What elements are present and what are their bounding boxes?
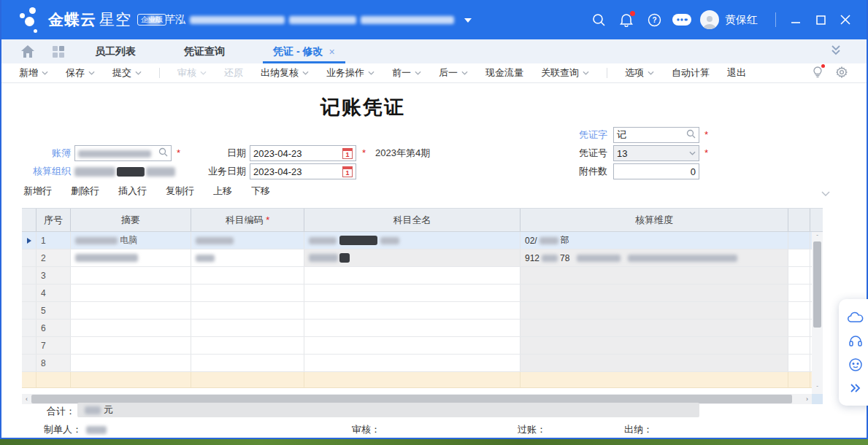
cell-summary[interactable] (71, 249, 191, 266)
toolbar-options[interactable]: 选项 (625, 66, 654, 80)
cell-account-name[interactable] (304, 285, 521, 301)
user-avatar[interactable] (700, 10, 719, 29)
table-row[interactable]: 1 电脑 02/部 (22, 232, 823, 249)
grid-delete-row[interactable]: 删除行 (71, 185, 99, 198)
cell-summary[interactable] (71, 302, 191, 319)
toolbar-related-query[interactable]: 关联查询 (541, 66, 589, 80)
settings-gear-icon[interactable] (836, 66, 848, 80)
table-row[interactable]: 6 (22, 320, 823, 337)
scroll-left-arrow-icon[interactable]: ‹ (22, 394, 31, 404)
table-row[interactable]: 4 (22, 285, 823, 302)
table-row[interactable]: 2 91278 (22, 249, 823, 267)
cell-account-code[interactable] (191, 320, 304, 336)
scroll-down-arrow-icon[interactable]: ˇ (812, 383, 823, 392)
grid-add-row[interactable]: 新增行 (23, 185, 52, 198)
account-book-input[interactable] (74, 145, 172, 161)
voucher-word-input[interactable]: 记 (613, 127, 699, 143)
cell-summary[interactable] (71, 285, 191, 301)
apps-grid-icon[interactable] (51, 44, 66, 59)
cell-summary[interactable]: 电脑 (71, 232, 191, 249)
date-input[interactable]: 2023-04-23 1 (250, 145, 356, 161)
cell-extra[interactable] (788, 285, 810, 301)
lookup-magnifier-icon[interactable] (686, 129, 696, 141)
toolbar-new[interactable]: 新增 (19, 66, 48, 80)
company-selector[interactable]: 芊泓 (147, 0, 472, 39)
toolbar-cash-flow[interactable]: 现金流量 (485, 66, 523, 80)
vertical-scroll-thumb[interactable] (813, 241, 821, 328)
help-icon[interactable]: ? (640, 0, 668, 39)
toolbar-save[interactable]: 保存 (66, 66, 95, 80)
cell-dimension[interactable] (521, 267, 788, 284)
calendar-icon[interactable]: 1 (342, 166, 353, 177)
toolbar-restore[interactable]: 还原 (224, 66, 243, 80)
cell-dimension[interactable] (521, 302, 788, 319)
table-row[interactable]: 8 (22, 355, 823, 372)
tab-employee-list[interactable]: 员工列表 (76, 39, 155, 63)
cell-account-name[interactable] (304, 302, 521, 319)
attachments-input[interactable]: 0 (613, 163, 699, 179)
cell-dimension[interactable] (521, 355, 788, 371)
toolbar-auto-calc[interactable]: 自动计算 (672, 66, 710, 80)
user-name[interactable]: 黄保红 (725, 13, 758, 27)
grid-insert-row[interactable]: 插入行 (118, 185, 147, 198)
vertical-scrollbar[interactable]: ˆ ˇ (812, 232, 823, 394)
cloud-icon[interactable] (848, 312, 864, 323)
close-button[interactable] (833, 0, 858, 39)
tab-voucher-query[interactable]: 凭证查询 (165, 39, 244, 63)
tabs-expand-icon[interactable] (830, 44, 842, 60)
cell-account-name[interactable] (304, 337, 521, 354)
cell-extra[interactable] (788, 320, 810, 336)
toolbar-business-ops[interactable]: 业务操作 (326, 66, 375, 80)
cell-summary[interactable] (71, 337, 191, 354)
grid-collapse-icon[interactable] (821, 187, 830, 200)
cell-account-code[interactable] (191, 302, 304, 319)
minimize-button[interactable] (783, 0, 808, 39)
table-row[interactable]: 7 (22, 337, 823, 355)
notifications-bell-icon[interactable] (612, 0, 640, 39)
feedback-smiley-icon[interactable] (848, 357, 863, 372)
cell-dimension[interactable] (521, 337, 788, 354)
scroll-right-arrow-icon[interactable]: › (802, 394, 812, 404)
cell-account-name[interactable] (304, 249, 521, 266)
scroll-up-arrow-icon[interactable]: ˆ (812, 232, 823, 241)
cell-account-name[interactable] (304, 267, 521, 284)
cell-extra[interactable] (788, 232, 810, 249)
grid-copy-row[interactable]: 复制行 (166, 185, 194, 198)
cell-summary[interactable] (71, 320, 191, 336)
search-icon[interactable] (585, 0, 612, 39)
cell-account-code[interactable] (191, 267, 304, 284)
cell-account-name[interactable] (304, 355, 521, 371)
company-dropdown-caret-icon[interactable] (464, 14, 472, 26)
cell-account-code[interactable] (191, 355, 304, 371)
grid-move-down[interactable]: 下移 (251, 185, 270, 198)
assistant-icon[interactable] (668, 0, 696, 39)
calendar-icon[interactable]: 1 (342, 148, 353, 159)
dropdown-caret-icon[interactable] (689, 151, 696, 155)
cell-extra[interactable] (788, 302, 810, 319)
maximize-button[interactable] (808, 0, 833, 39)
cell-dimension[interactable] (521, 285, 788, 301)
cell-extra[interactable] (788, 355, 810, 371)
collapse-panel-icon[interactable] (850, 383, 861, 393)
cell-dimension[interactable] (521, 320, 788, 336)
voucher-no-input[interactable]: 13 (613, 145, 699, 161)
tab-close-icon[interactable]: × (329, 46, 334, 58)
home-icon[interactable] (20, 44, 35, 59)
cell-account-name[interactable] (304, 320, 521, 336)
table-row[interactable]: 3 (22, 267, 823, 285)
toolbar-cashier-review[interactable]: 出纳复核 (261, 66, 309, 80)
toolbar-audit[interactable]: 审核 (177, 66, 207, 80)
headset-support-icon[interactable] (848, 334, 863, 347)
table-row[interactable]: 5 (22, 302, 823, 320)
cell-extra[interactable] (788, 267, 810, 284)
biz-date-input[interactable]: 2023-04-23 1 (250, 163, 356, 179)
cell-dimension[interactable]: 91278 (521, 249, 788, 266)
cell-dimension[interactable]: 02/部 (521, 232, 788, 249)
lookup-magnifier-icon[interactable] (158, 147, 168, 159)
toolbar-exit[interactable]: 退出 (727, 66, 746, 80)
tab-voucher-edit[interactable]: 凭证 - 修改 × (254, 39, 354, 63)
toolbar-submit[interactable]: 提交 (112, 66, 142, 80)
cell-account-code[interactable] (191, 285, 304, 301)
cell-summary[interactable] (71, 355, 191, 371)
cell-account-name[interactable] (304, 232, 521, 249)
